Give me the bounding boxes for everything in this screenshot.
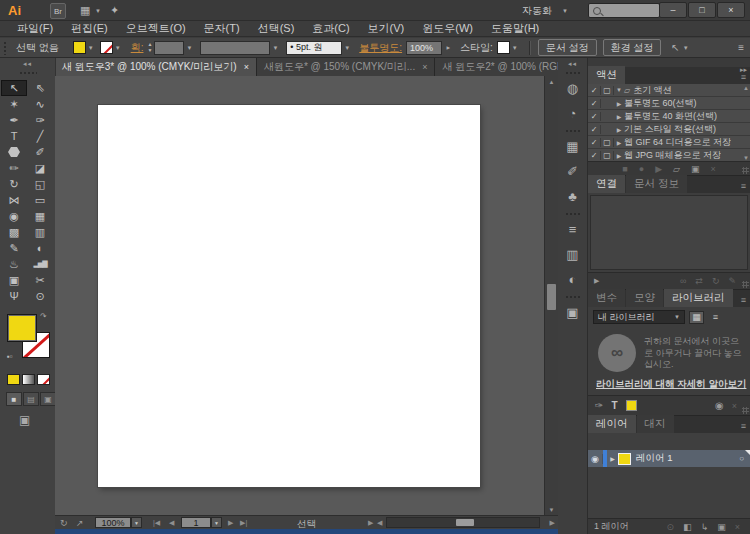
panel-menu-icon[interactable]: ≡ xyxy=(741,181,750,193)
tab-actions[interactable]: 액션 xyxy=(588,66,625,84)
next-artboard-button[interactable]: ▶ xyxy=(228,519,233,527)
action-row[interactable]: ✓ ▶ 기본 스타일 적용(선택) xyxy=(588,123,750,136)
menu-object[interactable]: 오브젝트(O) xyxy=(117,21,195,36)
toggle-item-icon[interactable]: ✓ xyxy=(588,99,601,108)
variable-width-profile-select[interactable] xyxy=(200,41,270,55)
close-icon[interactable]: × xyxy=(422,62,427,72)
tab-document-info[interactable]: 문서 정보 xyxy=(626,175,687,193)
expand-icon[interactable]: ▶ xyxy=(614,100,624,107)
expand-icon[interactable]: ▶ xyxy=(614,113,624,120)
drag-handle[interactable] xyxy=(565,71,581,75)
zoom-dropdown-button[interactable]: ▼ xyxy=(131,517,142,528)
fill-color-swatch[interactable] xyxy=(73,41,86,54)
toggle-item-icon[interactable]: ✓ xyxy=(588,151,601,160)
rotate-view-icon[interactable]: ↻ xyxy=(60,518,68,528)
panel-menu-icon[interactable]: ≡ xyxy=(741,72,750,84)
scroll-left-icon[interactable]: ◀ xyxy=(377,519,382,527)
close-icon[interactable]: × xyxy=(244,62,249,72)
expand-icon[interactable]: ▶ xyxy=(607,455,618,462)
relink-icon[interactable]: ∞ xyxy=(680,276,686,286)
toggle-item-icon[interactable]: ✓ xyxy=(588,112,601,121)
swatches-icon[interactable]: ▦ xyxy=(558,134,587,159)
draw-behind-button[interactable]: ▤ xyxy=(23,392,39,406)
action-row[interactable]: ✓ ▢ ▼ ▱ 초기 액션 xyxy=(588,84,750,97)
visibility-toggle-icon[interactable]: ◉ xyxy=(588,454,603,464)
shape-builder-tool[interactable]: ◉ xyxy=(1,208,27,224)
clipping-mask-icon[interactable]: ◧ xyxy=(683,522,692,532)
chevron-down-icon[interactable]: ▼ xyxy=(95,8,101,14)
rotate-tool[interactable]: ↻ xyxy=(1,176,27,192)
layer-row[interactable]: ◉ ▶ 레이어 1 ○ xyxy=(588,450,750,467)
drag-handle[interactable] xyxy=(3,41,7,55)
drag-handle[interactable] xyxy=(19,71,37,75)
pathfinder-icon[interactable]: ▣ xyxy=(558,300,587,325)
maximize-button[interactable]: □ xyxy=(688,2,716,18)
chevron-down-icon[interactable]: ▼ xyxy=(88,45,94,51)
menu-effect[interactable]: 효과(C) xyxy=(303,21,358,36)
pen-tool[interactable]: ✒ xyxy=(1,112,27,128)
action-row[interactable]: ✓ ▶ 불투명도 60(선택) xyxy=(588,97,750,110)
default-fill-stroke-icon[interactable]: ▪▫ xyxy=(7,352,13,361)
trash-icon[interactable]: × xyxy=(735,522,740,532)
record-icon[interactable]: ● xyxy=(639,164,644,174)
scrollbar-thumb[interactable] xyxy=(456,519,474,526)
character-style-icon[interactable]: T xyxy=(611,400,617,411)
grid-view-button[interactable]: ▦ xyxy=(689,311,704,324)
drag-handle[interactable] xyxy=(565,295,581,299)
control-panel-menu-icon[interactable]: ≡ xyxy=(738,43,744,53)
minimize-button[interactable]: – xyxy=(659,2,687,18)
horizontal-scrollbar[interactable] xyxy=(386,517,540,528)
trash-icon[interactable]: × xyxy=(732,401,737,411)
none-button[interactable] xyxy=(37,374,50,385)
draw-inside-button[interactable]: ▣ xyxy=(40,392,56,406)
panel-menu-icon[interactable]: ≡ xyxy=(741,295,750,307)
arrange-documents-icon[interactable]: ▦ xyxy=(80,4,90,17)
chevron-down-icon[interactable]: ▼ xyxy=(512,45,518,51)
document-setup-button[interactable]: 문서 설정 xyxy=(538,39,597,56)
zoom-tool[interactable]: ⊙ xyxy=(27,288,53,304)
expand-icon[interactable]: ▶ xyxy=(368,519,373,527)
curvature-tool[interactable]: ✑ xyxy=(27,112,53,128)
drag-handle[interactable] xyxy=(565,212,581,216)
stroke-color-swatch[interactable] xyxy=(100,41,113,54)
magic-wand-tool[interactable]: ✶ xyxy=(1,96,27,112)
chevron-down-icon[interactable]: ▼ xyxy=(683,45,689,51)
vertical-scrollbar[interactable]: ▲ ▼ xyxy=(544,76,558,515)
gradient-panel-icon[interactable]: ▥ xyxy=(558,242,587,267)
toggle-item-icon[interactable]: ✓ xyxy=(588,138,601,147)
artboard-dropdown-button[interactable]: ▼ xyxy=(211,517,222,528)
pointer-options-icon[interactable]: ↖ xyxy=(671,43,679,53)
scroll-up-icon[interactable]: ▲ xyxy=(545,76,558,87)
workspace-switcher[interactable]: 자동화 xyxy=(522,4,552,18)
tab-links[interactable]: 연결 xyxy=(588,175,625,193)
eyedropper-tool[interactable]: ✎ xyxy=(1,240,27,256)
symbols-icon[interactable]: ♣ xyxy=(558,184,587,209)
scrollbar-thumb[interactable] xyxy=(547,284,556,310)
export-icon[interactable]: ↗ xyxy=(76,518,84,528)
learn-more-link[interactable]: 라이브러리에 대해 자세히 알아보기 xyxy=(596,378,746,391)
hand-tool[interactable]: Ψ xyxy=(1,288,27,304)
chevron-right-icon[interactable]: ▼ xyxy=(445,45,451,51)
locate-object-icon[interactable]: ⊙ xyxy=(667,522,675,532)
document-tab[interactable]: 새원도우* @ 150% (CMYK/미리... × xyxy=(257,58,436,76)
blend-tool[interactable]: ◐ xyxy=(27,240,53,256)
artboard[interactable] xyxy=(98,105,480,487)
new-layer-icon[interactable]: ▣ xyxy=(717,522,726,532)
expand-icon[interactable]: ▶ xyxy=(614,152,624,159)
document-tab[interactable]: 새 윈도우3* @ 100% (CMYK/미리보기) × xyxy=(55,58,257,76)
preferences-button[interactable]: 환경 설정 xyxy=(603,39,662,56)
canvas[interactable]: ▲ ▼ xyxy=(55,76,558,515)
drag-handle[interactable] xyxy=(565,129,581,133)
free-transform-tool[interactable]: ▭ xyxy=(27,192,53,208)
dialog-toggle-icon[interactable]: ▢ xyxy=(601,138,614,147)
resize-grip[interactable] xyxy=(742,167,749,174)
close-button[interactable]: × xyxy=(717,2,745,18)
line-segment-tool[interactable]: ╱ xyxy=(27,128,53,144)
opacity-input[interactable]: 100% xyxy=(406,41,442,55)
scroll-right-icon[interactable]: ▶ xyxy=(550,519,555,527)
scroll-down-icon[interactable]: ▼ xyxy=(545,504,558,515)
collapse-icon[interactable]: ◂◂ xyxy=(558,60,587,68)
tab-appearance[interactable]: 모양 xyxy=(626,289,663,307)
scale-tool[interactable]: ◱ xyxy=(27,176,53,192)
panel-menu-icon[interactable]: ≡ xyxy=(741,421,750,433)
